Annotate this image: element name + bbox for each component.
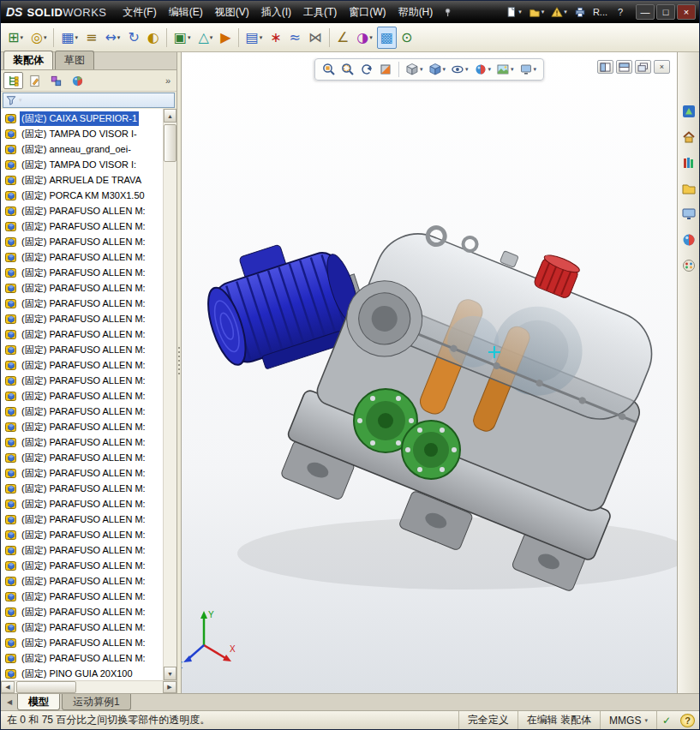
tree-item[interactable]: (固定) PARAFUSO ALLEN M: xyxy=(1,512,163,527)
scroll-down-button[interactable]: ▼ xyxy=(164,667,176,680)
tree-item[interactable]: (固定) PARAFUSO ALLEN M: xyxy=(1,542,163,558)
commandmanager-tab-2[interactable]: 草图 xyxy=(55,51,94,69)
tree-item[interactable]: (固定) PARAFUSO ALLEN M: xyxy=(1,465,163,481)
hide-show-items-button[interactable]: ▾ xyxy=(449,61,470,78)
tree-item[interactable]: (固定) PARAFUSO ALLEN M: xyxy=(1,619,163,635)
edit-appearance-button[interactable]: ▾ xyxy=(472,61,494,78)
truncated-command-button[interactable]: R... xyxy=(590,3,610,21)
solidworks-resources-button[interactable] xyxy=(679,102,697,120)
tree-item[interactable]: (固定) PARAFUSO ALLEN M: xyxy=(1,650,163,666)
tree-item[interactable]: (固定) CAIXA SUPERIOR-1 xyxy=(1,111,163,126)
tree-item[interactable]: (固定) PINO GUIA 20X100 xyxy=(1,666,163,680)
display-style-button[interactable]: ▾ xyxy=(426,61,447,78)
close-button[interactable]: × xyxy=(677,4,696,20)
filter-funnel-icon[interactable] xyxy=(6,95,16,105)
tree-item[interactable]: (固定) PARAFUSO ALLEN M: xyxy=(1,419,163,434)
apply-scene-button[interactable]: ▾ xyxy=(494,61,516,78)
zoom-fit-button[interactable] xyxy=(320,61,338,78)
split-pane-left-button[interactable] xyxy=(597,60,613,74)
tree-item[interactable]: (固定) PARAFUSO ALLEN M: xyxy=(1,558,163,573)
filter-dropdown-icon[interactable]: ▾ xyxy=(19,97,22,104)
commandmanager-tab-1[interactable]: 装配体 xyxy=(3,51,53,69)
menu-item-4[interactable]: 插入(I) xyxy=(255,3,297,22)
minimize-button[interactable]: — xyxy=(636,4,655,20)
measure-button[interactable]: ∠ xyxy=(333,27,352,49)
graphics-area[interactable]: Y X Z xyxy=(182,52,677,693)
panel-overflow-button[interactable]: » xyxy=(162,75,174,86)
explode-line-sketch-button[interactable]: ≈ xyxy=(286,27,304,49)
tab-scroll-left-button[interactable]: ◀ xyxy=(3,694,15,710)
maximize-button[interactable]: □ xyxy=(656,4,675,20)
close-pane-button[interactable]: × xyxy=(654,60,670,74)
tree-item[interactable]: (固定) PORCA KM M30X1.50 xyxy=(1,188,163,203)
rotate-component-button[interactable]: ↻ xyxy=(124,27,142,49)
hscroll-track[interactable] xyxy=(15,681,163,693)
tree-item[interactable]: (固定) PARAFUSO ALLEN M: xyxy=(1,589,163,604)
menu-item-1[interactable]: 文件(F) xyxy=(117,3,162,22)
tree-item[interactable]: (固定) PARAFUSO ALLEN M: xyxy=(1,496,163,512)
tree-item[interactable]: (固定) ARRUELA DE TRAVA xyxy=(1,172,163,188)
output-flange-2[interactable] xyxy=(402,421,460,479)
tree-item[interactable]: (固定) PARAFUSO ALLEN M: xyxy=(1,234,163,249)
file-explorer-button[interactable] xyxy=(679,179,697,197)
menu-item-7[interactable]: 帮助(H) xyxy=(392,3,440,22)
tree-item[interactable]: (固定) PARAFUSO ALLEN M: xyxy=(1,326,163,342)
tree-item[interactable]: (固定) PARAFUSO ALLEN M: xyxy=(1,218,163,234)
quick-tips-button[interactable]: ? xyxy=(680,714,695,727)
scroll-right-button[interactable]: ▶ xyxy=(163,681,176,693)
simulation-advisor-button[interactable]: ⊙ xyxy=(398,27,416,49)
tree-item[interactable]: (固定) PARAFUSO ALLEN M: xyxy=(1,373,163,388)
previous-view-button[interactable] xyxy=(358,61,375,78)
appearances-button[interactable] xyxy=(679,230,697,248)
tree-item[interactable]: (固定) PARAFUSO ALLEN M: xyxy=(1,249,163,265)
tree-item[interactable]: (固定) PARAFUSO ALLEN M: xyxy=(1,434,163,450)
scroll-up-button[interactable]: ▲ xyxy=(164,109,176,123)
mate-button[interactable]: ◎▾ xyxy=(27,27,50,49)
configurationmanager-tab[interactable] xyxy=(46,72,66,89)
appearances-button[interactable]: ◑▾ xyxy=(353,27,375,49)
assembly-features-button[interactable]: ▣▾ xyxy=(171,27,194,49)
split-pane-top-button[interactable] xyxy=(616,60,632,74)
tree-item[interactable]: (固定) PARAFUSO ALLEN M: xyxy=(1,357,163,373)
section-view-button[interactable] xyxy=(377,61,394,78)
custom-properties-button[interactable] xyxy=(679,256,697,274)
view-settings-button[interactable]: ▾ xyxy=(518,61,539,78)
propertymanager-tab[interactable] xyxy=(25,72,45,89)
interference-detection-button[interactable]: ⋈ xyxy=(305,27,326,49)
tree-item[interactable]: (固定) TAMPA DO VISOR I- xyxy=(1,126,163,141)
scroll-left-button[interactable]: ◀ xyxy=(1,681,15,693)
displaymanager-tab[interactable] xyxy=(68,72,87,89)
linear-component-pattern-button[interactable]: ▦▾ xyxy=(57,27,81,49)
menu-item-5[interactable]: 工具(T) xyxy=(297,3,343,22)
open-document-button[interactable]: ▾ xyxy=(526,3,547,21)
tree-item[interactable]: (固定) PARAFUSO ALLEN M: xyxy=(1,604,163,619)
tree-item[interactable]: (固定) PARAFUSO ALLEN M: xyxy=(1,280,163,296)
design-library-button[interactable] xyxy=(679,153,697,171)
featuremanager-tab[interactable] xyxy=(3,72,23,89)
units-selector[interactable]: MMGS ▾ xyxy=(600,711,656,729)
tree-item[interactable]: (固定) PARAFUSO ALLEN M: xyxy=(1,481,163,496)
view-orientation-button[interactable]: ▾ xyxy=(404,61,425,78)
tree-item[interactable]: (固定) PARAFUSO ALLEN M: xyxy=(1,527,163,542)
tree-item[interactable]: (固定) TAMPA DO VISOR I: xyxy=(1,157,163,172)
document-tab-1[interactable]: 模型 xyxy=(17,694,60,710)
float-pane-button[interactable] xyxy=(635,60,651,74)
tree-item[interactable]: (固定) PARAFUSO ALLEN M: xyxy=(1,265,163,280)
tree-item[interactable]: (固定) PARAFUSO ALLEN M: xyxy=(1,450,163,465)
exploded-view-button[interactable]: ∗ xyxy=(266,27,284,49)
hscroll-thumb[interactable] xyxy=(16,681,76,693)
print-button[interactable] xyxy=(571,3,589,21)
tree-item[interactable]: (固定) PARAFUSO ALLEN M: xyxy=(1,573,163,589)
model-render[interactable]: Y X Z xyxy=(182,52,677,693)
tree-item[interactable]: (固定) anneau_grand_oei- xyxy=(1,141,163,157)
menu-item-6[interactable]: 窗口(W) xyxy=(343,3,392,22)
view-palette-button[interactable] xyxy=(679,205,697,223)
scroll-track[interactable] xyxy=(164,123,176,667)
tree-item[interactable]: (固定) PARAFUSO ALLEN M: xyxy=(1,311,163,326)
tree-item[interactable]: (固定) PARAFUSO ALLEN M: xyxy=(1,404,163,419)
tree-item[interactable]: (固定) PARAFUSO ALLEN M: xyxy=(1,388,163,404)
show-hidden-components-button[interactable]: ◐ xyxy=(144,27,163,49)
scroll-thumb[interactable] xyxy=(164,124,176,162)
tree-item[interactable]: (固定) PARAFUSO ALLEN M: xyxy=(1,342,163,357)
document-tab-2[interactable]: 运动算例1 xyxy=(62,694,131,710)
